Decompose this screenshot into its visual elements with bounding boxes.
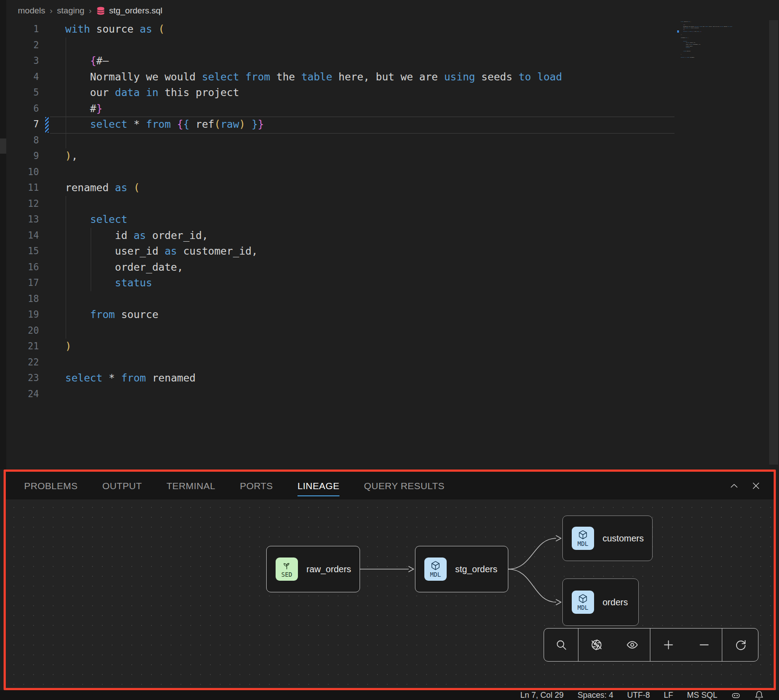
seed-badge: SED [276,557,298,581]
breadcrumb-file[interactable]: stg_orders.sql [109,6,162,16]
code-line[interactable] [65,164,562,180]
lineage-edge [508,538,556,569]
code-line[interactable] [681,59,755,60]
line-number[interactable]: 21 [6,339,39,355]
line-number[interactable]: 18 [6,291,39,307]
line-number[interactable]: 7 [6,117,39,133]
status-encoding[interactable]: UTF-8 [627,691,650,700]
line-number[interactable]: 1 [6,21,39,38]
line-number[interactable]: 5 [6,85,39,101]
code-line[interactable]: order_date, [65,260,562,276]
code-token: here, but we are [708,25,720,27]
lineage-node-raw_orders[interactable]: SEDraw_orders [266,546,360,592]
code-line[interactable]: from source [65,307,562,323]
lineage-node-stg_orders[interactable]: MDLstg_orders [415,546,508,592]
node-label: orders [603,597,628,608]
code-line[interactable] [65,323,562,339]
code-line[interactable] [65,196,562,212]
line-number[interactable]: 24 [6,386,39,402]
code-token: renamed [146,372,196,384]
code-line[interactable]: ), [65,148,562,164]
code-line[interactable]: user_id as customer_id, [65,243,562,260]
panel-tab-problems[interactable]: PROBLEMS [24,475,78,496]
breadcrumb-item[interactable]: models [18,6,45,16]
lineage-zoom-in-button[interactable] [662,639,674,651]
panel-tab-lineage[interactable]: LINEAGE [297,475,339,496]
status-indentation[interactable]: Spaces: 4 [578,691,613,700]
code-line[interactable] [65,386,562,402]
close-panel-button[interactable] [751,481,761,491]
code-line[interactable]: {#– [65,53,562,69]
line-number[interactable]: 23 [6,370,39,386]
status-eol[interactable]: LF [664,691,673,700]
code-line[interactable]: ) [65,339,562,355]
code-token [152,23,159,35]
editor-scrollbar[interactable] [769,20,778,465]
lineage-aperture-button[interactable] [591,639,603,651]
code-line[interactable] [65,133,562,149]
code-line[interactable] [65,38,562,54]
code-token: ( [214,118,221,130]
code-token: the [702,25,705,27]
line-number[interactable]: 20 [6,323,39,339]
code-line[interactable]: #} [65,101,562,117]
eye-icon [626,639,638,651]
line-number[interactable]: 3 [6,53,39,69]
line-number[interactable]: 12 [6,196,39,212]
code-pane[interactable]: with source as ( {#– Normally we would s… [65,21,562,402]
panel-tab-ports[interactable]: PORTS [240,475,273,496]
code-token: renamed [689,57,695,58]
code-line[interactable]: status [65,275,562,291]
code-line[interactable]: Normally we would select from the table … [65,69,562,85]
code-token: to [519,71,531,83]
maximize-panel-button[interactable] [729,481,739,491]
code-line[interactable]: our data in this project [65,85,562,101]
line-number[interactable]: 17 [6,275,39,291]
code-line[interactable] [65,355,562,371]
line-number[interactable]: 13 [6,212,39,228]
lineage-search-button[interactable] [555,639,567,651]
line-number[interactable]: 19 [6,307,39,323]
lineage-node-customers[interactable]: MDLcustomers [562,516,653,561]
line-number[interactable]: 6 [6,101,39,117]
lineage-canvas[interactable]: SEDraw_ordersMDLstg_ordersMDLcustomersMD… [6,499,774,688]
code-line[interactable] [65,291,562,307]
line-number[interactable]: 2 [6,38,39,54]
status-language-mode[interactable]: MS SQL [687,691,717,700]
aperture-icon [591,639,603,651]
line-number[interactable]: 8 [6,133,39,149]
line-number[interactable]: 16 [6,260,39,276]
line-number[interactable]: 15 [6,243,39,260]
code-token: from [146,118,171,130]
line-number[interactable]: 4 [6,69,39,85]
code-token [65,309,90,320]
lineage-node-orders[interactable]: MDLorders [562,578,639,626]
dbt-database-icon [96,6,105,16]
code-line[interactable]: renamed as ( [65,180,562,196]
line-number[interactable]: 22 [6,355,39,371]
breadcrumb-item[interactable]: staging [57,6,84,16]
code-editor[interactable]: 123456789101112131415161718192021222324 … [6,18,779,469]
line-number[interactable]: 11 [6,180,39,196]
panel-tab-output[interactable]: OUTPUT [102,475,142,496]
code-token: in [146,87,159,98]
status-cursor-position[interactable]: Ln 7, Col 29 [520,691,564,700]
lineage-refresh-button[interactable] [734,639,746,651]
notifications-bell-icon[interactable] [754,691,764,700]
line-number-gutter[interactable]: 123456789101112131415161718192021222324 [6,21,39,402]
lineage-zoom-out-button[interactable] [698,639,710,651]
code-line[interactable]: id as order_id, [65,228,562,244]
copilot-icon[interactable] [731,691,741,700]
panel-tab-query-results[interactable]: QUERY RESULTS [364,475,444,496]
code-line[interactable]: with source as ( [65,21,562,38]
line-number[interactable]: 14 [6,228,39,244]
code-line[interactable]: select * from {{ ref(raw) }} [65,117,562,133]
panel-tab-terminal[interactable]: TERMINAL [167,475,215,496]
copilot-icon [731,691,741,700]
minimap[interactable]: with source as ( {#– Normally we would s… [681,21,760,63]
lineage-eye-button[interactable] [626,639,638,651]
code-line[interactable]: select * from renamed [65,370,562,386]
code-line[interactable]: select [65,212,562,228]
line-number[interactable]: 9 [6,148,39,164]
line-number[interactable]: 10 [6,164,39,180]
